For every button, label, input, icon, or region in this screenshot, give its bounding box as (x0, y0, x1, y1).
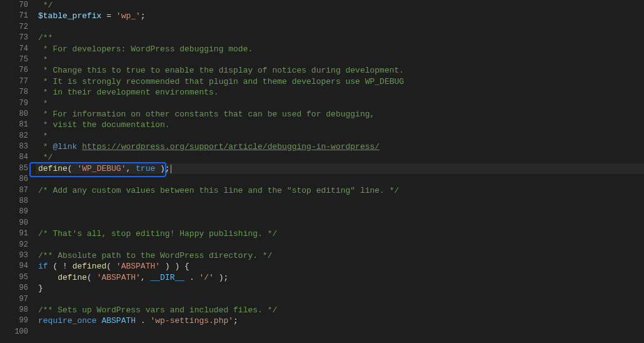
code-line[interactable]: define( 'WP_DEBUG', true ); (36, 163, 644, 174)
code-line[interactable]: if ( ! defined( 'ABSPATH' ) ) { (36, 261, 644, 272)
line-number: 86 (0, 174, 28, 185)
code-token: 'ABSPATH' (97, 273, 141, 282)
line-number: 76 (0, 65, 28, 76)
code-line[interactable]: * in their development environments. (36, 87, 644, 98)
line-number: 81 (0, 120, 28, 130)
code-token: /** (38, 33, 53, 43)
code-token: * visit the documentation. (38, 120, 170, 130)
code-line[interactable]: * For developers: WordPress debugging mo… (36, 44, 644, 54)
code-line[interactable]: */ (36, 152, 644, 163)
code-line[interactable]: /** Absolute path to the WordPress direc… (36, 250, 644, 261)
code-token: * (38, 142, 53, 151)
code-token: * It is strongly recommended that plugin… (38, 77, 404, 86)
code-token: /* Add any custom values between this li… (38, 186, 399, 195)
code-token: 'WP_DEBUG' (77, 164, 126, 173)
code-line[interactable] (36, 22, 644, 33)
code-line[interactable] (36, 174, 644, 185)
code-token: 'wp-settings.php' (150, 316, 233, 325)
code-token: true (136, 164, 155, 173)
line-number: 79 (0, 98, 28, 109)
code-line[interactable]: * (36, 54, 644, 65)
line-number: 75 (0, 54, 28, 65)
code-line[interactable]: /* Add any custom values between this li… (36, 185, 644, 196)
line-number: 95 (0, 272, 28, 283)
code-token: , (126, 164, 136, 173)
line-number: 90 (0, 218, 28, 228)
line-number: 77 (0, 76, 28, 87)
code-token: __DIR__ (150, 273, 184, 282)
line-number: 88 (0, 196, 28, 207)
code-line[interactable] (36, 218, 644, 228)
code-line[interactable] (36, 327, 644, 337)
code-line[interactable] (36, 207, 644, 217)
code-token: ) ) { (160, 262, 189, 271)
code-token: ( (87, 273, 97, 282)
code-line[interactable]: * Change this to true to enable the disp… (36, 65, 644, 76)
code-line[interactable]: /** (36, 33, 644, 43)
line-number: 72 (0, 22, 28, 33)
code-token: ); (214, 273, 228, 282)
code-line[interactable]: require_once ABSPATH . 'wp-settings.php'… (36, 315, 644, 326)
code-token: * in their development environments. (38, 88, 219, 97)
code-line[interactable]: * @link https://wordpress.org/support/ar… (36, 141, 644, 152)
code-line[interactable]: */ (36, 0, 644, 11)
code-line[interactable] (36, 294, 644, 305)
code-token: defined (73, 262, 107, 271)
line-number: 99 (0, 315, 28, 326)
code-token: */ (38, 153, 53, 162)
code-token: '/' (199, 273, 213, 282)
code-line[interactable]: * (36, 98, 644, 109)
code-token: * For developers: WordPress debugging mo… (38, 44, 253, 54)
line-number: 84 (0, 152, 28, 163)
code-token: /** Absolute path to the WordPress direc… (38, 251, 272, 260)
code-token: 'wp_' (116, 11, 141, 21)
code-token: ); (155, 164, 169, 173)
code-token (38, 273, 58, 282)
line-number-gutter: 7071727374757677787980818283848586878889… (0, 0, 36, 343)
code-token: https://wordpress.org/support/article/de… (82, 142, 380, 151)
code-token: $table_prefix (38, 11, 101, 21)
code-token: 'ABSPATH' (116, 262, 160, 271)
line-number: 96 (0, 283, 28, 294)
line-number: 78 (0, 87, 28, 98)
code-token: define (38, 164, 68, 173)
code-token: /** Sets up WordPress vars and included … (38, 305, 277, 315)
code-token: * (38, 99, 48, 108)
line-number: 87 (0, 185, 28, 196)
code-line[interactable]: * It is strongly recommended that plugin… (36, 76, 644, 87)
line-number: 91 (0, 228, 28, 239)
line-number: 80 (0, 109, 28, 120)
code-line[interactable]: * visit the documentation. (36, 120, 644, 130)
line-number: 97 (0, 294, 28, 305)
code-token: , (141, 273, 151, 282)
code-token: if (38, 262, 48, 271)
code-line[interactable]: /* That's all, stop editing! Happy publi… (36, 228, 644, 239)
line-number: 92 (0, 240, 28, 250)
line-number: 83 (0, 141, 28, 152)
code-token: * (38, 55, 48, 64)
code-line[interactable]: * (36, 131, 644, 141)
line-number: 98 (0, 305, 28, 315)
code-token: define (58, 273, 87, 282)
code-token: ABSPATH (101, 316, 136, 325)
line-number: 74 (0, 44, 28, 54)
line-number: 89 (0, 207, 28, 217)
code-line[interactable]: } (36, 283, 644, 294)
code-line[interactable] (36, 196, 644, 207)
code-line[interactable]: /** Sets up WordPress vars and included … (36, 305, 644, 315)
code-editor[interactable]: 7071727374757677787980818283848586878889… (0, 0, 644, 343)
code-token: . (136, 316, 150, 325)
code-token: ( (68, 164, 78, 173)
code-token: * For information on other constants tha… (38, 110, 375, 119)
code-line[interactable]: * For information on other constants tha… (36, 109, 644, 120)
line-number: 100 (0, 327, 28, 337)
line-number: 82 (0, 131, 28, 141)
code-token: * (38, 131, 48, 141)
code-line[interactable]: define( 'ABSPATH', __DIR__ . '/' ); (36, 272, 644, 283)
line-number: 94 (0, 261, 28, 272)
code-line[interactable]: $table_prefix = 'wp_'; (36, 11, 644, 21)
code-token: ; (141, 11, 146, 21)
code-area[interactable]: */$table_prefix = 'wp_';/** * For develo… (36, 0, 644, 343)
line-number: 93 (0, 250, 28, 261)
code-line[interactable] (36, 240, 644, 250)
